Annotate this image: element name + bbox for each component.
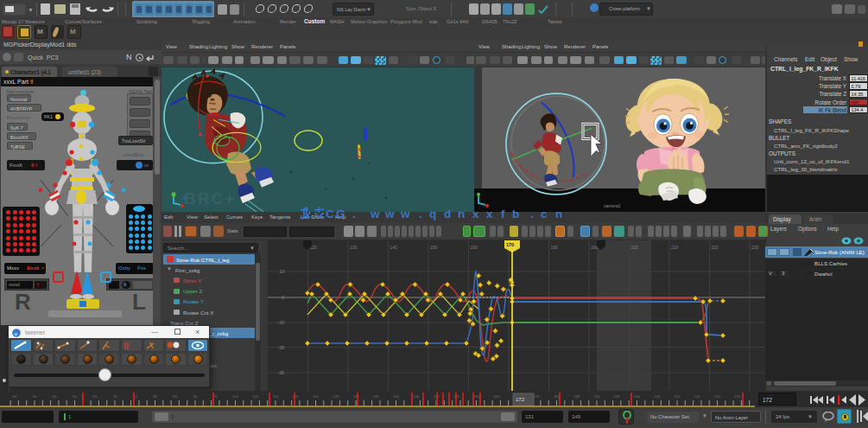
- svg-text:G: G: [336, 208, 345, 220]
- svg-text:45: 45: [12, 394, 16, 399]
- svg-text:f: f: [501, 208, 505, 220]
- svg-text:50: 50: [33, 394, 37, 399]
- svg-text:0: 0: [282, 295, 284, 300]
- svg-text:145: 145: [413, 394, 420, 399]
- svg-text:215: 215: [694, 394, 701, 399]
- svg-text:-10: -10: [278, 320, 284, 325]
- svg-text:65: 65: [92, 394, 97, 399]
- svg-text:w: w: [370, 208, 380, 220]
- svg-text:n: n: [555, 208, 562, 220]
- svg-text:55: 55: [53, 394, 57, 399]
- svg-text:60: 60: [73, 394, 77, 399]
- svg-text:160: 160: [471, 245, 478, 250]
- svg-text:210: 210: [675, 394, 681, 399]
- svg-text:85: 85: [173, 394, 177, 399]
- svg-text:220: 220: [714, 394, 721, 399]
- svg-text:140: 140: [393, 394, 400, 399]
- svg-text:-20: -20: [278, 345, 284, 350]
- svg-text:x: x: [472, 208, 479, 220]
- svg-text:175: 175: [534, 394, 541, 399]
- svg-text:b: b: [512, 208, 519, 220]
- svg-text:205: 205: [654, 394, 661, 399]
- svg-text:140: 140: [390, 245, 398, 250]
- svg-text:90: 90: [193, 394, 198, 399]
- svg-text:x: x: [486, 208, 493, 220]
- svg-text:190: 190: [594, 394, 601, 399]
- svg-text:180: 180: [551, 245, 559, 250]
- svg-text:10: 10: [279, 269, 284, 274]
- svg-text:.: .: [530, 208, 534, 220]
- svg-text:q: q: [429, 208, 436, 220]
- svg-text:170: 170: [506, 242, 514, 247]
- svg-text:w: w: [400, 208, 410, 220]
- svg-text:150: 150: [430, 245, 438, 250]
- svg-text:225: 225: [734, 394, 741, 399]
- svg-text:w: w: [384, 208, 395, 220]
- svg-text:160: 160: [473, 394, 480, 399]
- svg-text:d: d: [444, 208, 451, 220]
- svg-text:185: 185: [573, 394, 580, 399]
- svg-text:200: 200: [634, 394, 641, 399]
- svg-text:230: 230: [751, 245, 759, 250]
- svg-text:.: .: [419, 208, 422, 220]
- svg-text:200: 200: [631, 245, 639, 250]
- svg-text:125: 125: [333, 394, 339, 399]
- svg-text:210: 210: [671, 245, 679, 250]
- svg-text:a: a: [15, 330, 18, 337]
- svg-text:c: c: [541, 208, 548, 220]
- svg-text:220: 220: [712, 245, 719, 250]
- svg-text:.: .: [352, 208, 356, 220]
- svg-text:120: 120: [313, 394, 320, 399]
- svg-text:n: n: [458, 208, 465, 220]
- svg-text:70: 70: [113, 394, 117, 399]
- svg-text:172: 172: [516, 397, 525, 402]
- svg-text:100: 100: [232, 394, 239, 399]
- svg-text:195: 195: [614, 394, 621, 399]
- svg-text:130: 130: [350, 245, 358, 250]
- svg-text:110: 110: [273, 394, 279, 399]
- svg-text:105: 105: [252, 394, 259, 399]
- svg-text:165: 165: [493, 394, 500, 399]
- svg-text:80: 80: [153, 394, 157, 399]
- svg-text:135: 135: [373, 394, 380, 399]
- svg-text:C: C: [326, 208, 334, 220]
- svg-text:115: 115: [293, 394, 299, 399]
- svg-text:130: 130: [353, 394, 360, 399]
- svg-text:-30: -30: [278, 370, 284, 375]
